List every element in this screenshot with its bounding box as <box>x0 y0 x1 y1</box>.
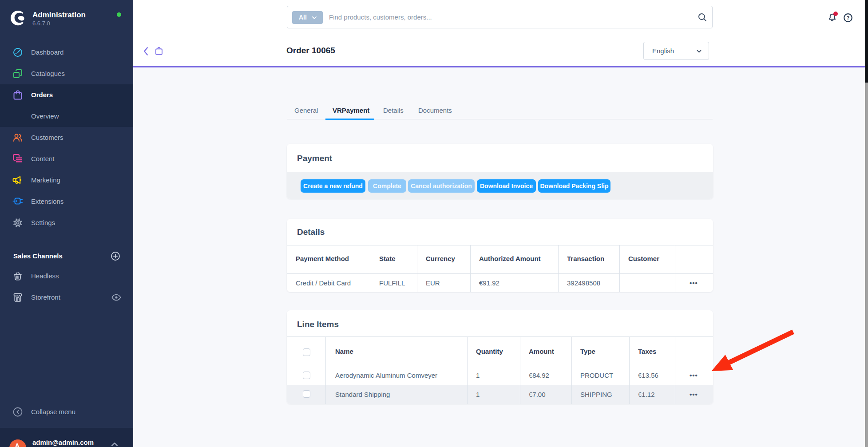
svg-text:?: ? <box>847 15 850 20</box>
